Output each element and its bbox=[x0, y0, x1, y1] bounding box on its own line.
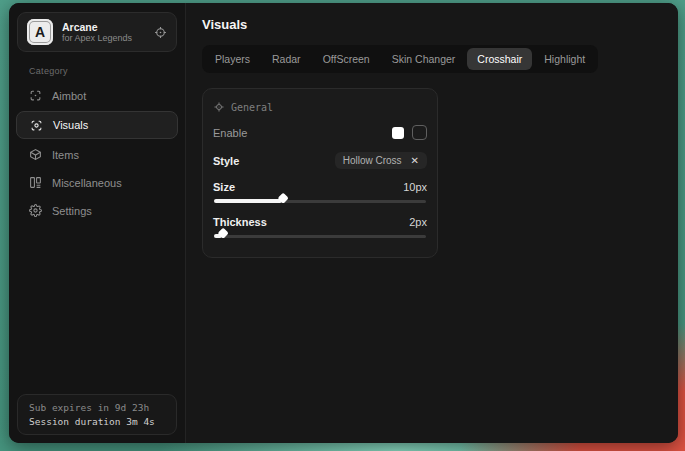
game-background: { "brand": { "initial": "A", "name": "Ar… bbox=[0, 0, 685, 451]
enable-row: Enable bbox=[213, 125, 427, 140]
tab-radar[interactable]: Radar bbox=[262, 48, 311, 70]
panel-header-label: General bbox=[231, 102, 273, 113]
sidebar-item-label: Visuals bbox=[53, 119, 88, 131]
sidebar-item-label: Settings bbox=[52, 205, 92, 217]
eye-scan-icon bbox=[30, 119, 43, 132]
thickness-row: Thickness 2px bbox=[213, 216, 427, 228]
sidebar-nav: Aimbot Visuals Items bbox=[9, 82, 185, 224]
brand-subtitle: for Apex Legends bbox=[62, 33, 145, 43]
crosshair-settings-icon bbox=[213, 101, 225, 113]
sidebar-item-label: Aimbot bbox=[52, 90, 86, 102]
style-row: Style Hollow Cross ✕ bbox=[213, 152, 427, 169]
enable-label: Enable bbox=[213, 127, 247, 139]
subscription-status-card: Sub expires in 9d 23h Session duration 3… bbox=[17, 394, 177, 435]
size-slider[interactable] bbox=[214, 197, 426, 206]
cheat-menu-window: A Arcane for Apex Legends Category bbox=[9, 3, 678, 443]
crosshair-target-icon[interactable] bbox=[154, 26, 167, 39]
general-panel: General Enable Style Hollow Cross ✕ Size… bbox=[202, 88, 438, 258]
brand-initial: A bbox=[35, 24, 45, 40]
tab-crosshair[interactable]: Crosshair bbox=[467, 48, 532, 70]
brand-card: A Arcane for Apex Legends bbox=[17, 12, 177, 52]
sidebar-item-label: Items bbox=[52, 149, 79, 161]
thickness-value: 2px bbox=[409, 216, 427, 228]
size-slider-fill bbox=[214, 199, 282, 203]
thickness-slider-track bbox=[214, 235, 426, 238]
session-duration-text: Session duration 3m 4s bbox=[29, 416, 165, 427]
main-content: Visuals Players Radar OffScreen Skin Cha… bbox=[186, 3, 678, 443]
enable-checkbox[interactable] bbox=[412, 125, 427, 140]
sidebar-item-items[interactable]: Items bbox=[9, 141, 185, 168]
category-label: Category bbox=[29, 66, 185, 76]
sidebar-item-aimbot[interactable]: Aimbot bbox=[9, 82, 185, 109]
sidebar-item-settings[interactable]: Settings bbox=[9, 197, 185, 224]
panels-icon bbox=[29, 176, 42, 189]
crosshair-icon bbox=[29, 89, 42, 102]
tab-offscreen[interactable]: OffScreen bbox=[313, 48, 380, 70]
brand-logo: A bbox=[27, 19, 53, 45]
size-label: Size bbox=[213, 181, 235, 193]
thickness-slider[interactable] bbox=[214, 232, 426, 241]
size-row: Size 10px bbox=[213, 181, 427, 193]
style-label: Style bbox=[213, 155, 239, 167]
style-select-value: Hollow Cross bbox=[343, 155, 402, 166]
sidebar-item-visuals[interactable]: Visuals bbox=[16, 111, 178, 139]
panel-header: General bbox=[213, 101, 427, 113]
size-value: 10px bbox=[403, 181, 427, 193]
brand-name: Arcane bbox=[62, 21, 145, 33]
sidebar: A Arcane for Apex Legends Category bbox=[9, 3, 186, 443]
visuals-tabbar: Players Radar OffScreen Skin Changer Cro… bbox=[202, 45, 598, 73]
page-title: Visuals bbox=[202, 17, 662, 32]
color-swatch[interactable] bbox=[392, 127, 404, 139]
gear-icon bbox=[29, 204, 42, 217]
clear-x-icon[interactable]: ✕ bbox=[411, 156, 419, 166]
sidebar-item-label: Miscellaneous bbox=[52, 177, 122, 189]
box-icon bbox=[29, 148, 42, 161]
tab-players[interactable]: Players bbox=[205, 48, 260, 70]
style-select[interactable]: Hollow Cross ✕ bbox=[335, 152, 427, 169]
tab-highlight[interactable]: Highlight bbox=[534, 48, 595, 70]
tab-skin-changer[interactable]: Skin Changer bbox=[382, 48, 466, 70]
thickness-label: Thickness bbox=[213, 216, 267, 228]
sidebar-item-miscellaneous[interactable]: Miscellaneous bbox=[9, 169, 185, 196]
sub-expires-text: Sub expires in 9d 23h bbox=[29, 402, 165, 413]
